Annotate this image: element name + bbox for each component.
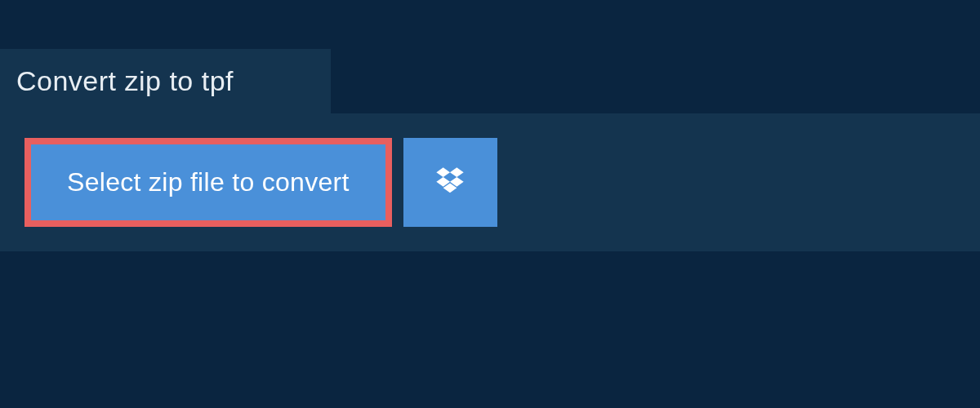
tab-header: Convert zip to tpf <box>0 49 331 113</box>
dropbox-icon <box>434 165 466 201</box>
page-title: Convert zip to tpf <box>16 65 306 97</box>
button-panel: Select zip file to convert <box>0 113 980 251</box>
select-file-button[interactable]: Select zip file to convert <box>24 138 392 227</box>
select-file-label: Select zip file to convert <box>67 167 350 197</box>
dropbox-button[interactable] <box>403 138 497 227</box>
